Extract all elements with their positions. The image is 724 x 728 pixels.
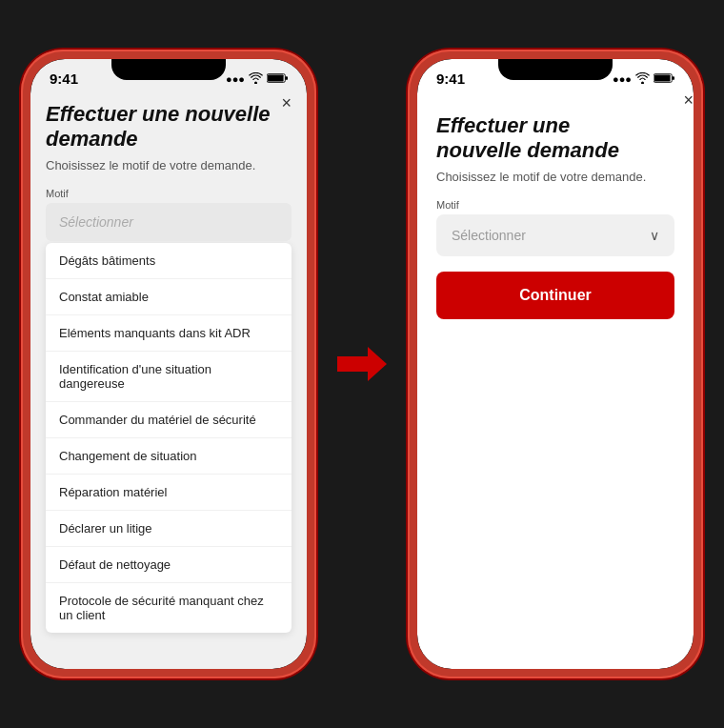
chevron-down-icon: ∨ [650,228,659,243]
status-icons-left: ●●● [226,72,288,86]
notch-right [498,59,613,80]
dropdown-field-right[interactable]: Sélectionner ∨ [436,214,674,256]
svg-marker-3 [337,347,387,381]
arrow-indicator [333,343,391,385]
status-time-right: 9:41 [436,71,465,87]
dropdown-item-0[interactable]: Dégâts bâtiments [46,243,292,279]
status-icons-right: ●●● [613,72,674,86]
svg-rect-1 [268,74,284,81]
arrow-svg [333,343,391,385]
close-button-right[interactable]: × [683,91,694,111]
dropdown-field-left[interactable]: Sélectionner [46,203,292,241]
wifi-icon-left [249,72,263,86]
modal-subtitle-right: Choisissez le motif de votre demande. [436,170,674,184]
dropdown-item-8[interactable]: Défaut de nettoyage [46,547,292,583]
modal-title-left: Effectuer une nouvelle demande [46,102,292,152]
dropdown-item-7[interactable]: Déclarer un litige [46,511,292,547]
dropdown-placeholder-left: Sélectionner [59,214,133,230]
motif-label-left: Motif [46,188,292,199]
dropdown-item-1[interactable]: Constat amiable [46,279,292,315]
right-modal-content: × Effectuer une nouvelle demande Choisis… [417,91,694,334]
modal-subtitle-left: Choisissez le motif de votre demande. [46,158,292,172]
status-time-left: 9:41 [50,71,78,87]
motif-label-right: Motif [436,199,674,211]
right-phone: 9:41 ●●● [408,50,703,678]
modal-title-right: Effectuer une nouvelle demande [436,113,674,164]
dropdown-placeholder-right: Sélectionner [452,228,526,243]
dropdown-item-2[interactable]: Eléments manquants dans kit ADR [46,315,292,352]
dropdown-item-4[interactable]: Commander du matériel de sécurité [46,402,292,438]
left-phone: 9:41 ●●● [21,50,316,678]
dropdown-item-6[interactable]: Réparation matériel [46,475,292,511]
svg-rect-6 [672,76,674,80]
signal-icon-right: ●●● [613,73,632,85]
wifi-icon-right [635,72,650,86]
svg-rect-2 [285,76,288,80]
dropdown-item-5[interactable]: Changement de situation [46,438,292,475]
dropdown-item-3[interactable]: Identification d'une situation dangereus… [46,352,292,402]
battery-icon-left [267,72,288,86]
continuer-button[interactable]: Continuer [436,272,674,319]
battery-icon-right [654,72,674,86]
notch [111,59,226,80]
close-button-left[interactable]: × [281,94,292,111]
dropdown-item-9[interactable]: Protocole de sécurité manquant chez un c… [46,583,292,633]
svg-rect-5 [654,74,671,81]
signal-icon-left: ●●● [226,73,245,85]
dropdown-list: Dégâts bâtiments Constat amiable Elément… [46,243,292,633]
